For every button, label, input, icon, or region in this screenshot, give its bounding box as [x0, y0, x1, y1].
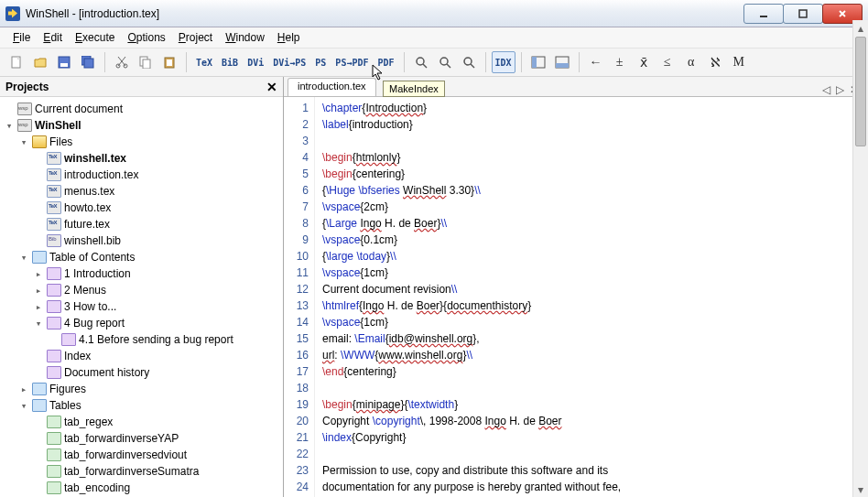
tab-prev-icon[interactable]: ◁	[822, 83, 830, 96]
tree-item[interactable]: Current document	[2, 101, 281, 117]
toolbar-tex-button[interactable]: TeX	[192, 51, 216, 73]
tree-item[interactable]: future.tex	[2, 216, 281, 232]
toolbar-saveall-button[interactable]	[77, 51, 99, 73]
tree-item[interactable]: tab_regex	[2, 414, 281, 430]
tree-item[interactable]: ▾Files	[2, 134, 281, 150]
tree-label: Current document	[35, 103, 123, 115]
tree-twisty-icon[interactable]: ▾	[18, 252, 29, 264]
toolbar--button[interactable]: ←	[585, 51, 607, 73]
tree-label: 4 Bug report	[64, 317, 125, 330]
tree-item[interactable]: ▸Figures	[2, 381, 281, 397]
tree-item[interactable]: ▸1 Introduction	[2, 265, 281, 282]
node-icon	[47, 300, 61, 313]
menu-options[interactable]: Options	[122, 29, 170, 46]
menu-execute[interactable]: Execute	[70, 29, 120, 46]
tree-item[interactable]: ▾WinShell	[2, 117, 281, 134]
toolbar-x-button[interactable]: x̄	[633, 51, 655, 73]
tree-twisty-icon[interactable]: ▸	[33, 301, 44, 313]
tree-item[interactable]: winshell.tex	[2, 150, 281, 167]
tree-item[interactable]: tab_forwardinversedviout	[2, 447, 281, 463]
tree-item[interactable]: howto.tex	[2, 200, 281, 216]
toolbar-idx-button[interactable]: IDX	[492, 51, 515, 73]
tree-item[interactable]: menus.tex	[2, 183, 281, 200]
toolbar-pdf-button[interactable]: PDF	[374, 51, 397, 73]
toolbar-pdfview-button[interactable]	[458, 51, 480, 73]
toolbar-psview-button[interactable]	[434, 51, 456, 73]
minimize-button[interactable]	[743, 4, 784, 24]
tree-item[interactable]: tab_forwardinverseSumatra	[2, 463, 281, 480]
tree-label: winshell.tex	[64, 152, 126, 165]
tree-label: Figures	[49, 383, 86, 395]
toolbar-copy-button[interactable]	[135, 51, 157, 73]
projects-close-icon[interactable]: ✕	[266, 80, 277, 94]
svg-rect-17	[532, 57, 537, 68]
scroll-up-icon[interactable]: ▴	[853, 20, 868, 36]
toolbar--button[interactable]: α	[680, 51, 702, 73]
tree-item[interactable]: Index	[2, 348, 281, 364]
tree-twisty-icon[interactable]: ▾	[18, 136, 29, 148]
toolbar: TeXBiBDViDVi→PSPSPS→PDFPDFIDX←±x̄≤αℵM	[0, 48, 868, 77]
toc-icon	[32, 383, 47, 395]
scroll-down-icon[interactable]: ▾	[853, 481, 868, 497]
tree-label: winshell.bib	[64, 234, 121, 247]
tree-twisty-icon[interactable]: ▾	[18, 400, 29, 412]
tree-label: tab_forwardinverseSumatra	[64, 465, 199, 478]
tree-item[interactable]: ▸2 Menus	[2, 282, 281, 298]
menu-window[interactable]: Window	[220, 29, 270, 46]
projects-title: Projects	[5, 81, 49, 93]
tree-item[interactable]: winshell.bib	[2, 232, 281, 249]
tree-label: future.tex	[64, 218, 110, 231]
toolbar-pspdf-button[interactable]: PS→PDF	[331, 51, 372, 73]
source-text[interactable]: \chapter{Introduction}\label{introductio…	[315, 97, 628, 497]
tex-icon	[47, 218, 61, 231]
toolbar-layoutb-button[interactable]	[551, 51, 573, 73]
toolbar-ps-button[interactable]: PS	[311, 51, 330, 73]
menu-help[interactable]: Help	[272, 29, 306, 46]
project-tree[interactable]: Current document▾WinShell▾Fileswinshell.…	[0, 97, 283, 497]
tree-item[interactable]: ▾Table of Contents	[2, 249, 281, 265]
node-icon	[47, 317, 61, 330]
editor-tabbar: introduction.tex ◁ ▷ ✕	[284, 77, 868, 97]
tab-next-icon[interactable]: ▷	[836, 83, 844, 96]
tree-twisty-icon[interactable]: ▸	[33, 268, 44, 280]
toolbar-cut-button[interactable]	[111, 51, 133, 73]
tree-twisty-icon[interactable]: ▾	[4, 120, 15, 132]
tree-item[interactable]: ▾4 Bug report	[2, 315, 281, 331]
scroll-thumb[interactable]	[855, 37, 866, 146]
toolbar-bib-button[interactable]: BiB	[218, 51, 242, 73]
toolbar-paste-button[interactable]	[158, 51, 180, 73]
tree-label: WinShell	[35, 119, 81, 132]
toolbar-new-button[interactable]	[5, 51, 27, 73]
toolbar-dvips-button[interactable]: DVi→PS	[269, 51, 309, 73]
tree-item[interactable]: Document history	[2, 364, 281, 381]
tree-twisty-icon[interactable]: ▸	[18, 384, 29, 395]
svg-point-14	[440, 58, 448, 65]
toolbar-dviview-button[interactable]	[410, 51, 432, 73]
menu-edit[interactable]: Edit	[38, 29, 68, 46]
code-editor[interactable]: 1234567891011121314151617181920212223242…	[284, 97, 868, 497]
editor-tab[interactable]: introduction.tex	[288, 78, 376, 96]
tree-item[interactable]: tab_forwardinverseYAP	[2, 430, 281, 447]
tree-item[interactable]: ▾Tables	[2, 397, 281, 414]
tex-icon	[47, 201, 61, 214]
tree-item[interactable]: 4.1 Before sending a bug report	[2, 331, 281, 348]
toolbar-open-button[interactable]	[29, 51, 51, 73]
tree-item[interactable]: introduction.tex	[2, 167, 281, 183]
tree-twisty-icon[interactable]: ▾	[33, 318, 44, 330]
menu-file[interactable]: File	[7, 29, 36, 46]
toolbar--button[interactable]: ≤	[656, 51, 678, 73]
tree-label: 3 How to...	[64, 300, 116, 313]
tree-item[interactable]: tab_encoding	[2, 480, 281, 496]
tree-label: Document history	[64, 366, 149, 379]
toolbar-save-button[interactable]	[53, 51, 75, 73]
tree-twisty-icon[interactable]: ▸	[33, 285, 44, 297]
maximize-button[interactable]	[783, 4, 823, 24]
toolbar--button[interactable]: ℵ	[704, 51, 726, 73]
tree-item[interactable]: ▸3 How to...	[2, 298, 281, 315]
toolbar-layouta-button[interactable]	[527, 51, 549, 73]
menu-project[interactable]: Project	[173, 29, 218, 46]
toolbar--button[interactable]: ±	[609, 51, 631, 73]
vertical-scrollbar[interactable]: ▴ ▾	[852, 20, 868, 497]
toolbar-M-button[interactable]: M	[728, 51, 750, 73]
toolbar-dvi-button[interactable]: DVi	[244, 51, 267, 73]
